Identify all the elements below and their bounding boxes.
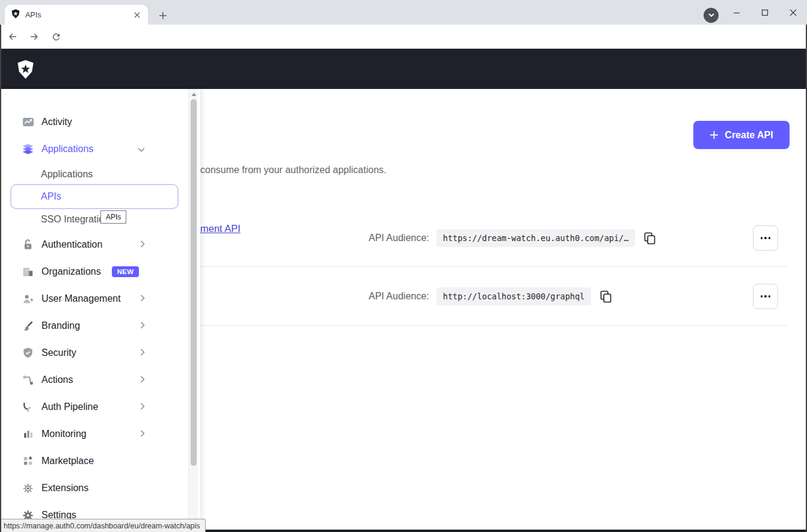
audience-value[interactable]: http://localhost:3000/graphql [437, 287, 592, 305]
sidebar-item-branding[interactable]: Branding [22, 317, 174, 335]
scroll-up-arrow-icon[interactable] [189, 90, 198, 99]
chevron-right-icon [140, 402, 145, 412]
sidebar-item-user-management[interactable]: User Management [22, 290, 174, 308]
bar-chart-icon [22, 428, 34, 441]
maximize-button[interactable] [750, 0, 779, 25]
create-api-button[interactable]: Create API [693, 121, 790, 149]
row-menu-button[interactable] [753, 284, 778, 309]
api-row-audience: API Audience: http://localhost:3000/grap… [369, 284, 613, 308]
sidebar-item-auth-pipeline[interactable]: Auth Pipeline [22, 398, 174, 416]
api-name-link[interactable]: ment API [200, 223, 241, 234]
browser-tab[interactable]: APIs [5, 5, 148, 25]
chevron-right-icon [140, 429, 145, 439]
lock-icon [22, 239, 34, 251]
scrollbar-thumb[interactable] [191, 99, 197, 466]
browser-toolbar: manage.auth0.com/dashboard/eu/dream-watc… [0, 25, 807, 49]
user-gear-icon [22, 293, 34, 305]
activity-chart-icon [22, 116, 34, 129]
chevron-right-icon [140, 239, 145, 250]
window-left-border [0, 25, 1, 532]
sidebar-item-marketplace[interactable]: Marketplace [22, 452, 174, 470]
page-description: consume from your authorized application… [200, 165, 387, 176]
sidebar-item-apis-selected[interactable]: APIs [10, 184, 179, 209]
tab-search-button[interactable] [704, 8, 719, 23]
chevron-right-icon [140, 375, 145, 385]
sidebar-item-organizations[interactable]: Organizations NEW [22, 263, 174, 281]
api-row-audience: API Audience: https://dream-watch.eu.aut… [369, 226, 657, 250]
sidebar-item-activity[interactable]: Activity [22, 113, 174, 131]
paintbrush-icon [22, 320, 34, 332]
status-url: https://manage.auth0.com/dashboard/eu/dr… [4, 522, 200, 530]
tab-close-icon[interactable] [132, 10, 142, 20]
grid-plus-icon [22, 455, 34, 468]
browser-tab-strip: APIs [0, 0, 807, 25]
row-menu-button[interactable] [753, 225, 778, 251]
chevron-right-icon [140, 293, 145, 304]
auth0-favicon-icon [11, 9, 20, 21]
sidebar-scrollbar[interactable] [188, 89, 198, 532]
sidebar-item-applications[interactable]: Applications [22, 140, 174, 158]
minimize-button[interactable] [722, 0, 750, 25]
tab-title: APIs [25, 11, 127, 19]
layers-icon [22, 143, 34, 156]
sidebar-item-extensions[interactable]: Extensions [22, 479, 174, 497]
audience-label: API Audience: [369, 233, 429, 243]
new-badge: NEW [112, 266, 140, 277]
back-icon[interactable] [4, 28, 22, 46]
sidebar-item-applications-sub[interactable]: Applications [41, 165, 174, 183]
audience-label: API Audience: [369, 291, 429, 302]
chevron-right-icon [140, 347, 145, 358]
reload-icon[interactable] [47, 28, 65, 46]
sidebar-item-monitoring[interactable]: Monitoring [22, 425, 174, 443]
sidebar: Activity Applications Applications APIs … [0, 89, 200, 532]
forward-icon[interactable] [25, 28, 43, 46]
plus-icon [710, 130, 719, 139]
audience-value[interactable]: https://dream-watch.eu.auth0.com/api/… [437, 229, 636, 247]
sidebar-item-security[interactable]: Security [22, 344, 174, 362]
new-tab-button[interactable] [155, 8, 171, 23]
chevron-down-icon [138, 144, 145, 154]
apis-tooltip: APIs [100, 210, 126, 224]
auth0-top-nav: dream-watch Discuss your needs Docs [0, 49, 807, 89]
cog-dot-icon [22, 482, 34, 495]
pipeline-icon [22, 401, 34, 414]
close-window-button[interactable] [779, 0, 807, 25]
sidebar-item-authentication[interactable]: Authentication [22, 236, 174, 254]
copy-icon[interactable] [642, 231, 657, 245]
sidebar-item-actions[interactable]: Actions [22, 371, 174, 389]
status-bar: https://manage.auth0.com/dashboard/eu/dr… [0, 519, 206, 532]
auth0-logo-icon[interactable] [16, 60, 35, 82]
chevron-right-icon [140, 320, 145, 331]
window-controls [722, 0, 807, 25]
flow-icon [22, 374, 34, 387]
shield-check-icon [22, 347, 34, 359]
copy-icon[interactable] [598, 289, 613, 304]
building-icon [22, 266, 34, 278]
